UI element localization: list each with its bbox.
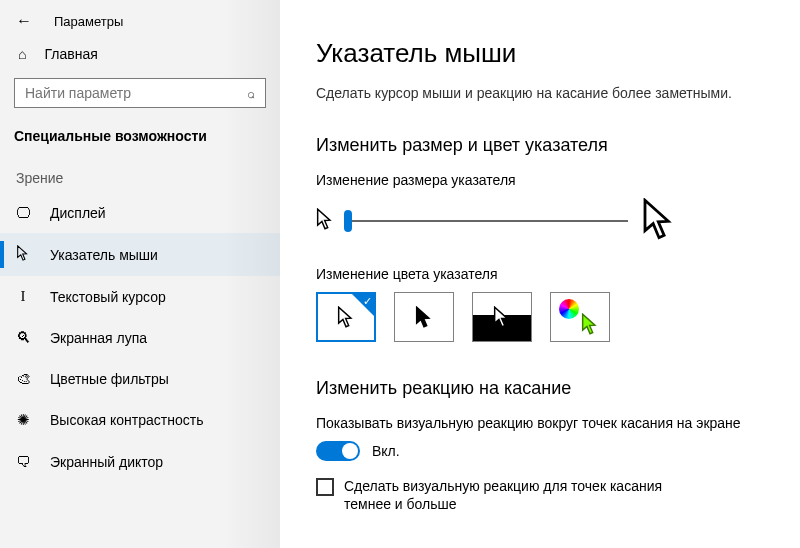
pointer-color-inverted[interactable]: [472, 292, 532, 342]
nav-text-cursor[interactable]: I Текстовый курсор: [0, 276, 280, 317]
search-input-container[interactable]: ⌕: [14, 78, 266, 108]
toggle-state-label: Вкл.: [372, 443, 400, 459]
nav-label: Экранная лупа: [50, 330, 147, 346]
main-content: Указатель мыши Сделать курсор мыши и реа…: [280, 0, 800, 548]
header: ← Параметры: [0, 0, 280, 34]
small-cursor-icon: [316, 208, 334, 234]
nav-label: Указатель мыши: [50, 247, 158, 263]
pointer-color-custom[interactable]: [550, 292, 610, 342]
large-cursor-icon: [642, 198, 676, 244]
color-wheel-icon: [559, 299, 579, 319]
contrast-icon: ✺: [14, 411, 32, 429]
nav-label: Высокая контрастность: [50, 412, 203, 428]
slider-thumb[interactable]: [344, 210, 352, 232]
home-label: Главная: [44, 46, 97, 62]
group-vision: Зрение: [0, 158, 280, 192]
darker-larger-checkbox-row: Сделать визуальную реакцию для точек кас…: [316, 477, 770, 513]
home-button[interactable]: ⌂ Главная: [0, 34, 280, 70]
narrator-icon: 🗨︎: [14, 453, 32, 470]
magnifier-icon: 🔍︎: [14, 329, 32, 346]
touch-feedback-toggle-row: Вкл.: [316, 441, 770, 461]
nav-label: Экранный диктор: [50, 454, 163, 470]
page-title: Указатель мыши: [316, 38, 770, 69]
touch-desc: Показывать визуальную реакцию вокруг точ…: [316, 415, 770, 431]
touch-feedback-toggle[interactable]: [316, 441, 360, 461]
nav-mouse-pointer[interactable]: Указатель мыши: [0, 233, 280, 276]
nav-label: Цветные фильтры: [50, 371, 169, 387]
size-label: Изменение размера указателя: [316, 172, 770, 188]
cursor-icon: [14, 245, 32, 264]
search-icon: ⌕: [247, 86, 255, 101]
home-icon: ⌂: [18, 46, 26, 62]
color-label: Изменение цвета указателя: [316, 266, 770, 282]
darker-larger-checkbox[interactable]: [316, 478, 334, 496]
header-title: Параметры: [54, 14, 123, 29]
search-input[interactable]: [25, 85, 225, 101]
sidebar: ← Параметры ⌂ Главная ⌕ Специальные возм…: [0, 0, 280, 548]
nav-high-contrast[interactable]: ✺ Высокая контрастность: [0, 399, 280, 441]
pointer-color-black[interactable]: [394, 292, 454, 342]
nav-label: Текстовый курсор: [50, 289, 166, 305]
section-touch: Изменить реакцию на касание: [316, 378, 770, 399]
nav-narrator[interactable]: 🗨︎ Экранный диктор: [0, 441, 280, 482]
display-icon: 🖵: [14, 204, 32, 221]
pointer-color-options: ✓: [316, 292, 770, 342]
text-cursor-icon: I: [14, 288, 32, 305]
section-label: Специальные возможности: [0, 122, 280, 158]
nav-display[interactable]: 🖵 Дисплей: [0, 192, 280, 233]
page-subtitle: Сделать курсор мыши и реакцию на касание…: [316, 85, 770, 101]
pointer-color-white[interactable]: ✓: [316, 292, 376, 342]
nav-color-filters[interactable]: 🎨︎ Цветные фильтры: [0, 358, 280, 399]
check-icon: ✓: [363, 295, 372, 308]
palette-icon: 🎨︎: [14, 370, 32, 387]
back-arrow-icon[interactable]: ←: [16, 12, 32, 30]
pointer-size-slider[interactable]: [348, 210, 628, 232]
nav-label: Дисплей: [50, 205, 106, 221]
darker-larger-label: Сделать визуальную реакцию для точек кас…: [344, 477, 704, 513]
nav-magnifier[interactable]: 🔍︎ Экранная лупа: [0, 317, 280, 358]
section-size-color: Изменить размер и цвет указателя: [316, 135, 770, 156]
pointer-size-slider-row: [316, 198, 770, 244]
